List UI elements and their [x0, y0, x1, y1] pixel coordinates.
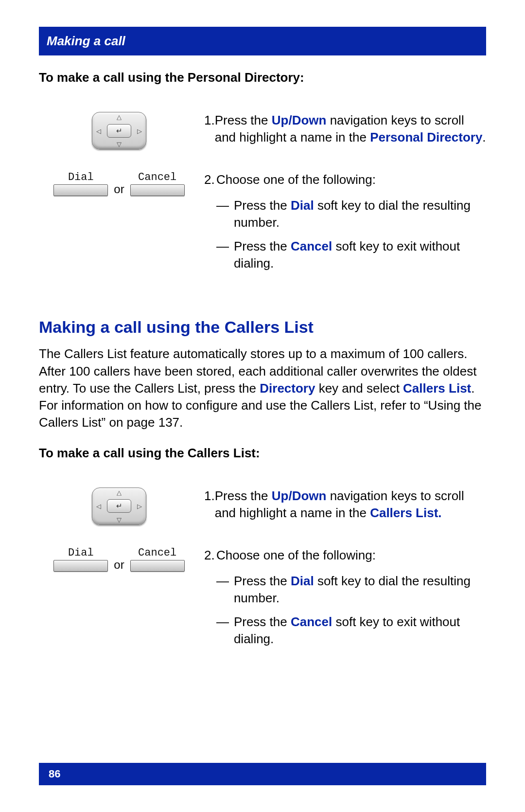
step-text: 2. Choose one of the following: — Press … — [204, 171, 486, 279]
header-bar: Making a call — [39, 27, 486, 55]
dash-icon: — — [216, 573, 234, 607]
softkey-button-icon — [130, 560, 185, 572]
keyword-dial: Dial — [291, 574, 314, 588]
dash-icon: — — [216, 197, 234, 231]
keyword-callers-list: Callers List — [403, 381, 471, 396]
step-body: Choose one of the following: — Press the… — [216, 171, 486, 279]
chevron-left-icon: ◁ — [96, 503, 101, 509]
or-label: or — [114, 182, 124, 196]
or-label: or — [114, 558, 124, 572]
chevron-down-icon: ▽ — [117, 517, 122, 523]
chevron-up-icon: △ — [117, 489, 122, 496]
keyword-updown: Up/Down — [272, 488, 327, 503]
softkey-cancel-label: Cancel — [138, 547, 176, 559]
subheading-callers-list: To make a call using the Callers List: — [39, 446, 486, 461]
footer-bar: 86 — [39, 763, 486, 785]
keyword-cancel: Cancel — [291, 239, 332, 253]
step-body: Press the Up/Down navigation keys to scr… — [215, 487, 486, 522]
dash-icon: — — [216, 614, 234, 648]
step-text: 1. Press the Up/Down navigation keys to … — [204, 112, 486, 146]
step-number: 2. — [204, 171, 216, 279]
softkey-dial-label: Dial — [68, 547, 94, 559]
navigation-pad-icon: △ ▽ ◁ ▷ ↵ — [92, 112, 146, 149]
keyword-personal-directory: Personal Directory — [370, 130, 482, 144]
keyword-callers-list: Callers List. — [370, 505, 441, 520]
softkey-dial: Dial — [53, 171, 108, 196]
step-text: 1. Press the Up/Down navigation keys to … — [204, 487, 486, 522]
step-body: Choose one of the following: — Press the… — [216, 547, 486, 654]
enter-icon: ↵ — [116, 126, 122, 135]
enter-icon: ↵ — [116, 502, 122, 510]
keyword-directory: Directory — [260, 381, 315, 396]
chevron-up-icon: △ — [117, 114, 122, 120]
list-item: — Press the Cancel soft key to exit with… — [216, 238, 486, 272]
step-text: 2. Choose one of the following: — Press … — [204, 547, 486, 654]
chevron-right-icon: ▷ — [137, 127, 142, 134]
list-item: — Press the Dial soft key to dial the re… — [216, 573, 486, 607]
step-row: △ ▽ ◁ ▷ ↵ 1. Press the Up/Down navigatio… — [39, 487, 486, 525]
softkey-button-icon — [130, 184, 185, 196]
softkeys-group: Dial or Cancel — [53, 547, 184, 572]
chevron-right-icon: ▷ — [137, 503, 142, 509]
chevron-left-icon: ◁ — [96, 127, 101, 134]
softkey-dial-label: Dial — [68, 171, 94, 183]
step-body: Press the Up/Down navigation keys to scr… — [215, 112, 486, 146]
step-number: 1. — [204, 112, 215, 146]
keyword-updown: Up/Down — [272, 113, 327, 127]
softkey-button-icon — [53, 560, 108, 572]
step-number: 2. — [204, 547, 216, 654]
navigation-pad-icon: △ ▽ ◁ ▷ ↵ — [92, 487, 146, 525]
header-title: Making a call — [47, 34, 125, 48]
navpad-illustration: △ ▽ ◁ ▷ ↵ — [39, 487, 204, 525]
page-number: 86 — [49, 768, 60, 780]
softkey-cancel: Cancel — [130, 547, 185, 572]
step-number: 1. — [204, 487, 215, 522]
softkey-illustration: Dial or Cancel — [39, 171, 204, 196]
softkey-illustration: Dial or Cancel — [39, 547, 204, 572]
list-item: — Press the Dial soft key to dial the re… — [216, 197, 486, 231]
option-list: — Press the Dial soft key to dial the re… — [216, 197, 486, 272]
body-paragraph: The Callers List feature automatically s… — [39, 345, 486, 431]
keyword-cancel: Cancel — [291, 614, 332, 629]
page: Making a call To make a call using the P… — [0, 0, 525, 812]
softkeys-group: Dial or Cancel — [53, 171, 184, 196]
softkey-cancel-label: Cancel — [138, 171, 176, 183]
option-list: — Press the Dial soft key to dial the re… — [216, 573, 486, 648]
dash-icon: — — [216, 238, 234, 272]
list-item: — Press the Cancel soft key to exit with… — [216, 614, 486, 648]
keyword-dial: Dial — [291, 198, 314, 213]
step-row: Dial or Cancel 2. Choose one of the foll… — [39, 547, 486, 654]
softkey-dial: Dial — [53, 547, 108, 572]
section-title-callers-list: Making a call using the Callers List — [39, 318, 486, 337]
navpad-illustration: △ ▽ ◁ ▷ ↵ — [39, 112, 204, 149]
subheading-personal-directory: To make a call using the Personal Direct… — [39, 70, 486, 85]
step-row: Dial or Cancel 2. Choose one of the foll… — [39, 171, 486, 279]
chevron-down-icon: ▽ — [117, 141, 122, 147]
softkey-cancel: Cancel — [130, 171, 185, 196]
step-row: △ ▽ ◁ ▷ ↵ 1. Press the Up/Down navigatio… — [39, 112, 486, 149]
softkey-button-icon — [53, 184, 108, 196]
